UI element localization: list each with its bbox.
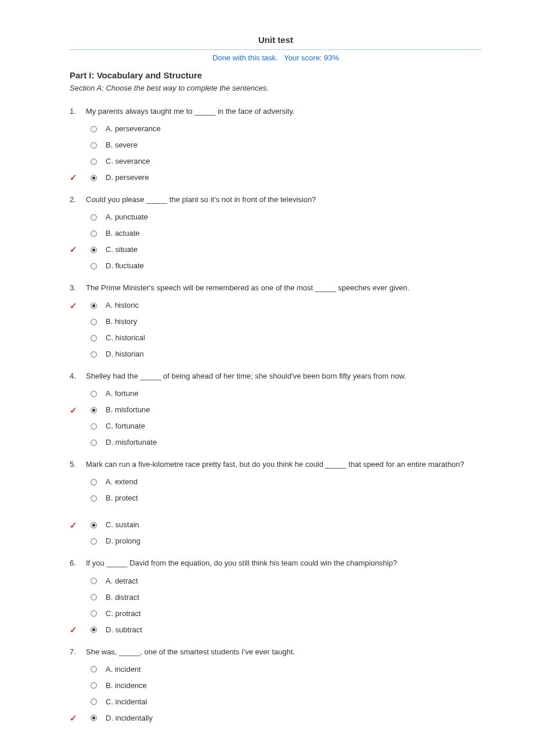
radio-button[interactable] <box>91 175 97 181</box>
radio-button[interactable] <box>91 440 97 446</box>
option-text: C. historical <box>106 332 482 344</box>
radio-button[interactable] <box>91 715 97 721</box>
radio-button[interactable] <box>91 479 97 485</box>
radio-column <box>86 479 106 485</box>
radio-button[interactable] <box>91 319 97 325</box>
radio-column <box>86 335 106 341</box>
radio-button[interactable] <box>91 335 97 341</box>
check-icon: ✓ <box>70 170 77 185</box>
radio-button[interactable] <box>91 247 97 253</box>
question-text: My parents always taught me to _____ in … <box>86 105 482 118</box>
radio-column <box>86 319 106 325</box>
radio-button[interactable] <box>91 423 97 430</box>
options-list: ✓C. sustainD. prolong <box>70 517 482 549</box>
question-text: If you _____ David from the equation, do… <box>86 557 482 570</box>
option-row: D. prolong <box>70 534 482 549</box>
radio-column <box>86 440 106 446</box>
options-list: A. incidentB. incidenceC. incidental✓D. … <box>70 662 482 726</box>
question-number: 7. <box>70 646 86 658</box>
option-text: C. sustain <box>106 519 482 531</box>
option-text: B. history <box>106 315 482 328</box>
radio-button[interactable] <box>91 699 97 705</box>
option-row: D. misfortunate <box>70 435 482 450</box>
options-list: A. extendB. protect <box>70 474 482 506</box>
radio-button[interactable] <box>91 495 97 502</box>
question-number: 5. <box>70 458 86 471</box>
radio-button[interactable] <box>91 351 97 358</box>
radio-button[interactable] <box>91 142 97 149</box>
option-text: B. actuate <box>106 227 482 240</box>
radio-button[interactable] <box>91 159 97 165</box>
check-icon: ✓ <box>70 403 77 418</box>
radio-button[interactable] <box>91 126 97 132</box>
radio-button[interactable] <box>91 538 97 545</box>
radio-button[interactable] <box>91 666 97 672</box>
part-title: Part I: Vocabulary and Structure <box>70 70 482 80</box>
radio-button[interactable] <box>91 594 97 600</box>
option-row: A. incident <box>70 662 482 677</box>
mark-column: ✓ <box>70 242 86 257</box>
question: 1.My parents always taught me to _____ i… <box>70 105 482 185</box>
option-row: C. fortunate <box>70 419 482 434</box>
option-row: C. severance <box>70 154 482 169</box>
option-text: B. severe <box>106 139 482 152</box>
question-number: 4. <box>70 370 86 383</box>
question-stem: 1.My parents always taught me to _____ i… <box>70 105 482 118</box>
option-row: B. history <box>70 314 482 329</box>
radio-column <box>86 578 106 584</box>
option-row: A. extend <box>70 474 482 489</box>
question: 7.She was, _____, one of the smartest st… <box>70 646 482 726</box>
option-row: A. fortune <box>70 386 482 401</box>
radio-button[interactable] <box>91 578 97 584</box>
option-text: C. incidental <box>106 696 482 708</box>
question-number: 6. <box>70 557 86 570</box>
radio-column <box>86 495 106 502</box>
option-text: A. punctuate <box>106 211 482 224</box>
option-row: ✓D. subtract <box>70 622 482 638</box>
radio-column <box>86 351 106 358</box>
radio-button[interactable] <box>91 391 97 397</box>
option-row: C. historical <box>70 330 482 345</box>
option-row: D. historian <box>70 347 482 362</box>
radio-button[interactable] <box>91 407 97 413</box>
radio-column <box>86 666 106 672</box>
question-text: Shelley had the _____ of being ahead of … <box>86 370 482 383</box>
radio-column <box>86 407 106 413</box>
options-list: ✓A. historicB. historyC. historicalD. hi… <box>70 298 482 362</box>
radio-button[interactable] <box>91 263 97 269</box>
question: 3.The Prime Minister's speech will be re… <box>70 282 482 362</box>
check-icon: ✓ <box>70 622 77 638</box>
question: 4.Shelley had the _____ of being ahead o… <box>70 370 482 450</box>
radio-button[interactable] <box>91 522 97 528</box>
option-row: D. fluctuate <box>70 258 482 273</box>
radio-button[interactable] <box>91 231 97 237</box>
option-row: B. severe <box>70 138 482 153</box>
radio-button[interactable] <box>91 682 97 689</box>
radio-button[interactable] <box>91 627 97 633</box>
check-icon: ✓ <box>70 298 77 314</box>
radio-column <box>86 594 106 600</box>
radio-column <box>86 610 106 617</box>
question-text: She was, _____, one of the smartest stud… <box>86 646 482 658</box>
radio-button[interactable] <box>91 214 97 221</box>
radio-column <box>86 391 106 397</box>
mark-column: ✓ <box>70 711 86 726</box>
option-row: B. incidence <box>70 678 482 693</box>
option-row: B. actuate <box>70 226 482 241</box>
options-list: A. fortune✓B. misfortuneC. fortunateD. m… <box>70 386 482 450</box>
option-text: D. persevere <box>106 171 482 184</box>
radio-column <box>86 538 106 545</box>
radio-button[interactable] <box>91 303 97 309</box>
radio-column <box>86 263 106 269</box>
divider <box>70 49 482 50</box>
question-text: Could you please _____ the plant so it's… <box>86 193 482 206</box>
option-text: C. situate <box>106 243 482 256</box>
option-row: B. protect <box>70 491 482 506</box>
radio-button[interactable] <box>91 610 97 617</box>
option-text: D. incidentally <box>106 712 482 725</box>
option-row: C. protract <box>70 606 482 621</box>
question-stem: 4.Shelley had the _____ of being ahead o… <box>70 370 482 383</box>
radio-column <box>86 627 106 633</box>
question-stem: 7.She was, _____, one of the smartest st… <box>70 646 482 658</box>
option-row: ✓C. sustain <box>70 517 482 532</box>
